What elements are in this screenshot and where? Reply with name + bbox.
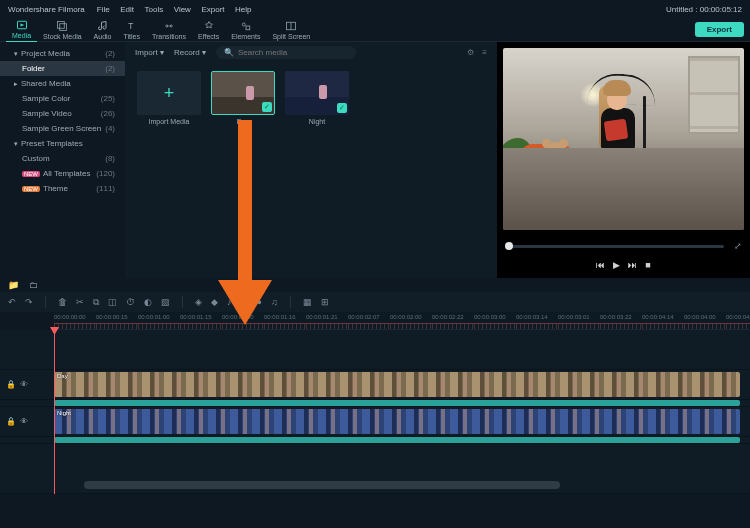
import-media-tile[interactable]: +Import Media: [137, 71, 201, 125]
cut-icon[interactable]: ✂: [76, 297, 84, 307]
filter-icon[interactable]: ⚙: [467, 48, 474, 57]
audio-clip[interactable]: [54, 437, 740, 443]
audio-track-2a[interactable]: [0, 437, 750, 444]
sidebar: ▾Project Media(2) Folder(2) ▸Shared Medi…: [0, 42, 125, 278]
elements-icon: [240, 20, 252, 32]
redo-icon[interactable]: ↷: [25, 297, 33, 307]
titles-icon: T: [126, 20, 138, 32]
timeline-ruler[interactable]: 00:00:00:0000:00:00:1500:00:01:0000:00:0…: [54, 312, 750, 330]
sidebar-item-all-templates[interactable]: NEWAll Templates(120): [0, 166, 125, 181]
new-folder-icon[interactable]: 📁: [8, 280, 19, 290]
stop-button[interactable]: ■: [645, 260, 650, 270]
svg-point-4: [242, 23, 245, 26]
delete-icon[interactable]: 🗑: [58, 297, 67, 307]
play-button[interactable]: ▶: [613, 260, 620, 270]
undo-icon[interactable]: ↶: [8, 297, 16, 307]
media-item-night[interactable]: ✓Night: [285, 71, 349, 125]
effects-icon: [203, 20, 215, 32]
sort-icon[interactable]: ≡: [482, 48, 487, 57]
record-vo-icon[interactable]: ●: [257, 297, 262, 307]
lock-icon[interactable]: 🔒: [6, 380, 16, 389]
menu-edit[interactable]: Edit: [120, 5, 134, 14]
audio-track-1a[interactable]: [0, 400, 750, 407]
sidebar-item-sample-color[interactable]: Sample Color(25): [0, 91, 125, 106]
prev-frame-button[interactable]: ⏮: [596, 260, 605, 270]
tab-elements[interactable]: Elements: [225, 18, 266, 42]
mix-icon[interactable]: ♫: [271, 297, 278, 307]
fullscreen-icon[interactable]: ⤢: [734, 241, 742, 251]
marker-icon[interactable]: ◈: [195, 297, 202, 307]
clip-day[interactable]: [54, 372, 740, 397]
plus-icon: +: [164, 83, 175, 104]
search-icon: 🔍: [224, 48, 234, 57]
search-input[interactable]: 🔍: [216, 46, 356, 59]
tab-transitions[interactable]: Transitions: [146, 18, 192, 42]
sidebar-item-preset-templates[interactable]: ▾Preset Templates: [0, 136, 125, 151]
keyframe-icon[interactable]: ◆: [211, 297, 218, 307]
eye-icon[interactable]: 👁: [20, 380, 28, 389]
export-button[interactable]: Export: [695, 22, 744, 37]
sidebar-item-folder[interactable]: Folder(2): [0, 61, 125, 76]
menu-tools[interactable]: Tools: [145, 5, 164, 14]
green-icon[interactable]: ▧: [161, 297, 170, 307]
video-track-1[interactable]: 🔒👁 Day: [0, 370, 750, 400]
sidebar-item-sample-video[interactable]: Sample Video(26): [0, 106, 125, 121]
search-field[interactable]: [238, 48, 348, 57]
lock-icon[interactable]: 🔒: [6, 417, 16, 426]
eye-icon[interactable]: 👁: [20, 417, 28, 426]
app-name: Wondershare Filmora: [8, 5, 85, 14]
preview-image[interactable]: [503, 48, 744, 230]
speed-icon[interactable]: ⏱: [126, 297, 135, 307]
check-icon: ✓: [262, 102, 272, 112]
timeline-toolbar: ↶ ↷ 🗑 ✂ ⧉ ◫ ⏱ ◐ ▧ ◈ ◆ ♪ ● ♫ ▦ ⊞: [0, 292, 750, 312]
folder-icon[interactable]: 🗀: [29, 280, 38, 290]
audio-clip[interactable]: [54, 400, 740, 406]
import-dropdown[interactable]: Import ▾: [135, 48, 164, 57]
sidebar-item-sample-green[interactable]: Sample Green Screen(4): [0, 121, 125, 136]
menu-export[interactable]: Export: [201, 5, 224, 14]
media-icon: [16, 19, 28, 31]
audio-icon: [97, 20, 109, 32]
detach-icon[interactable]: ♪: [227, 297, 232, 307]
clip-night[interactable]: [54, 409, 740, 434]
clip-label-day: Day: [57, 373, 68, 379]
svg-rect-2: [60, 23, 67, 30]
tab-stock-media[interactable]: Stock Media: [37, 18, 88, 42]
crop-icon[interactable]: ◫: [108, 297, 117, 307]
tab-audio[interactable]: Audio: [88, 18, 118, 42]
copy-icon[interactable]: ⧉: [93, 297, 99, 308]
next-frame-button[interactable]: ⏭: [628, 260, 637, 270]
svg-text:T: T: [128, 22, 133, 31]
sidebar-item-shared-media[interactable]: ▸Shared Media: [0, 76, 125, 91]
tab-media[interactable]: Media: [6, 17, 37, 43]
split-icon: [285, 20, 297, 32]
menu-help[interactable]: Help: [235, 5, 251, 14]
stock-icon: [56, 20, 68, 32]
preview-panel: ⤢ ⏮ ▶ ⏭ ■: [497, 42, 750, 278]
check-icon: ✓: [337, 103, 347, 113]
color-icon[interactable]: ◐: [144, 297, 152, 307]
svg-rect-1: [58, 21, 65, 28]
snap-icon[interactable]: ⊞: [321, 297, 329, 307]
playhead[interactable]: [54, 330, 55, 494]
tab-titles[interactable]: TTitles: [118, 18, 146, 42]
menu-view[interactable]: View: [174, 5, 191, 14]
media-item-day[interactable]: ✓Day: [211, 71, 275, 125]
sidebar-item-custom[interactable]: Custom(8): [0, 151, 125, 166]
clip-label-night: Night: [57, 410, 71, 416]
project-title-timecode: Untitled : 00:00:05:12: [666, 5, 742, 14]
sidebar-item-project-media[interactable]: ▾Project Media(2): [0, 46, 125, 61]
record-dropdown[interactable]: Record ▾: [174, 48, 206, 57]
svg-rect-5: [246, 26, 250, 30]
tab-effects[interactable]: Effects: [192, 18, 225, 42]
render-icon[interactable]: ▦: [303, 297, 312, 307]
video-track-2[interactable]: 🔒👁 Night: [0, 407, 750, 437]
tab-split-screen[interactable]: Split Screen: [266, 18, 316, 42]
transitions-icon: [163, 20, 175, 32]
horizontal-scrollbar[interactable]: [84, 481, 560, 489]
menu-file[interactable]: File: [97, 5, 110, 14]
sidebar-item-theme[interactable]: NEWTheme(111): [0, 181, 125, 196]
preview-scrubber[interactable]: [505, 245, 724, 248]
